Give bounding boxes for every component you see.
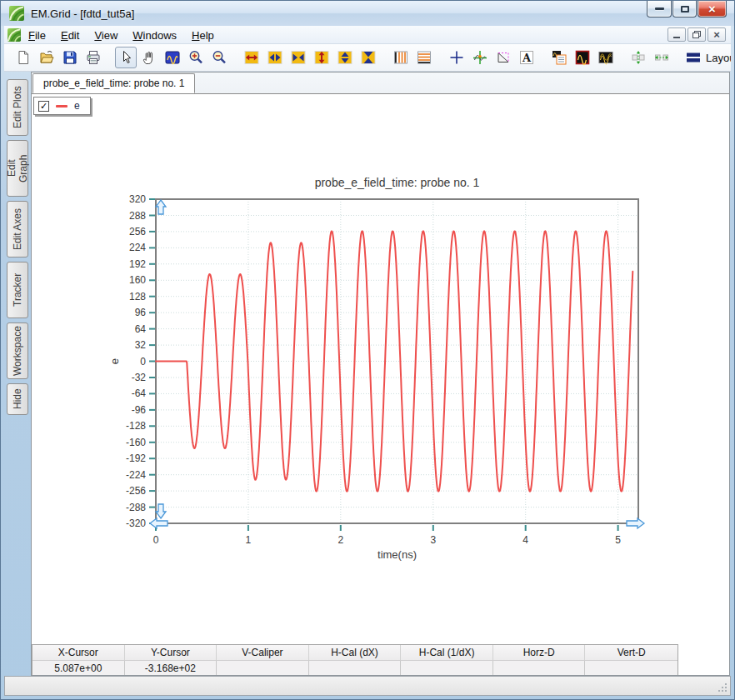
select-arrow-button[interactable] [115, 47, 137, 68]
y-axis-bottom-handle[interactable] [156, 504, 166, 518]
mdi-button-group: × [668, 28, 728, 42]
horizontal-gridlines-button[interactable] [413, 47, 435, 68]
h-zoom-full-button[interactable] [241, 47, 262, 68]
legend-series-label: e [74, 100, 80, 112]
mdi-minimize-button[interactable] [668, 28, 686, 42]
mdi-client-area: probe_e_field_time: probe no. 1 ✓e -320-… [31, 72, 730, 676]
y-tick-label: 64 [135, 323, 147, 335]
y-tick-label: 128 [129, 291, 146, 302]
caption-button-group: × [647, 1, 727, 18]
text-annotation-button[interactable]: A [516, 47, 538, 68]
v-zoom-full-button[interactable] [311, 47, 332, 68]
window-title: EM.Grid - [fdtd_tut5a] [31, 8, 134, 20]
x-axis-right-handle[interactable] [627, 518, 644, 528]
toolbar-separator [539, 47, 547, 68]
new-document-icon [15, 49, 32, 66]
v-zoom-full-icon [313, 49, 330, 66]
menu-view[interactable]: View [87, 28, 125, 43]
toolbar-separator [381, 47, 388, 68]
resize-grip[interactable] [718, 682, 728, 693]
close-button[interactable]: × [698, 1, 727, 18]
chart-canvas[interactable]: -320-288-256-224-192-160-128-96-64-32032… [32, 161, 729, 582]
y-axis-top-handle[interactable] [156, 200, 166, 214]
menu-bar: FileEditViewWindowsHelp × [4, 26, 731, 44]
menu-windows[interactable]: Windows [125, 28, 184, 43]
h-compress-button[interactable] [288, 47, 309, 68]
vertical-gridlines-button[interactable] [390, 47, 412, 68]
zoom-in-button[interactable] [185, 47, 207, 68]
open-file-icon [38, 49, 55, 66]
y-tick-label: -64 [132, 388, 147, 399]
caliper-button[interactable] [492, 47, 514, 68]
h-expand-button[interactable] [264, 47, 286, 68]
y-tick-label: 320 [129, 193, 146, 205]
sidebar-tab-tracker[interactable]: Tracker [7, 262, 28, 318]
cross-cursor-icon [448, 49, 465, 66]
tracker-button[interactable] [469, 47, 491, 68]
v-expand-button[interactable] [334, 47, 356, 68]
toolbar-separator [618, 47, 626, 68]
minimize-icon [655, 8, 664, 10]
new-document-button[interactable] [12, 47, 34, 68]
pan-hand-button[interactable] [138, 47, 160, 68]
app-icon [9, 6, 24, 22]
chart-title: probe_e_field_time: probe no. 1 [315, 176, 480, 189]
readout-header-cell: H-Cal (1/dX) [401, 645, 493, 660]
pan-hand-icon [141, 49, 158, 66]
minimize-button[interactable] [647, 1, 672, 18]
tracker-icon [472, 49, 488, 66]
plot-overlay-button[interactable] [595, 47, 617, 68]
readout-value-cell: 5.087e+00 [32, 661, 125, 675]
sync-horizontal-button [651, 47, 672, 68]
sidebar-tab-edit-graph[interactable]: Edit Graph [7, 140, 28, 197]
legend-list-button[interactable] [548, 47, 570, 68]
print-button[interactable] [82, 47, 104, 68]
y-tick-label: 192 [129, 258, 146, 270]
readout-value-cell [309, 661, 402, 675]
y-tick-label: 160 [129, 274, 146, 286]
readout-value-cell [217, 661, 309, 675]
v-expand-icon [337, 49, 353, 66]
menu-edit[interactable]: Edit [53, 28, 87, 43]
mdi-restore-button[interactable] [688, 28, 706, 42]
mdi-close-button[interactable]: × [708, 28, 726, 42]
save-button[interactable] [59, 47, 81, 68]
y-tick-label: 32 [135, 339, 147, 351]
caliper-icon [495, 49, 512, 66]
sidebar-tab-hide[interactable]: Hide [7, 383, 28, 415]
y-tick-label: -32 [132, 372, 147, 383]
sync-vertical-button [628, 47, 649, 68]
open-file-button[interactable] [36, 47, 58, 68]
readout-value-cell [493, 661, 586, 675]
layout-button[interactable]: Layout [685, 49, 731, 66]
y-tick-label: -224 [126, 469, 146, 481]
cross-cursor-button[interactable] [446, 47, 468, 68]
menu-help[interactable]: Help [184, 28, 222, 43]
readout-header-cell: Y-Cursor [125, 645, 218, 660]
vertical-gridlines-icon [392, 49, 409, 66]
y-tick-label: -192 [126, 452, 146, 464]
y-tick-label: -128 [126, 420, 146, 432]
zoom-out-icon [211, 49, 228, 66]
x-tick-label: 5 [615, 534, 621, 546]
zoom-out-button[interactable] [208, 47, 230, 68]
sidebar-tab-edit-axes[interactable]: Edit Axes [7, 201, 28, 258]
x-tick-label: 1 [246, 534, 252, 546]
sidebar-tab-workspace[interactable]: Workspace [7, 322, 28, 379]
sync-horizontal-icon [653, 49, 670, 66]
legend-checkbox[interactable]: ✓ [38, 101, 49, 112]
sidebar-tab-edit-plots[interactable]: Edit Plots [7, 79, 28, 136]
v-compress-icon [360, 49, 377, 66]
x-axis-left-handle[interactable] [150, 518, 168, 528]
v-compress-button[interactable] [358, 47, 379, 68]
fit-window-button[interactable] [162, 47, 183, 68]
maximize-icon [681, 6, 689, 12]
tab-probe-e-field-time[interactable]: probe_e_field_time: probe no. 1 [32, 73, 195, 93]
document-icon [8, 28, 21, 42]
legend-line-swatch [56, 105, 68, 108]
menu-file[interactable]: File [21, 28, 53, 43]
maximize-button[interactable] [672, 1, 697, 18]
plot-window-button[interactable] [572, 47, 593, 68]
legend-box[interactable]: ✓e [33, 97, 91, 115]
fit-window-icon [164, 49, 181, 66]
